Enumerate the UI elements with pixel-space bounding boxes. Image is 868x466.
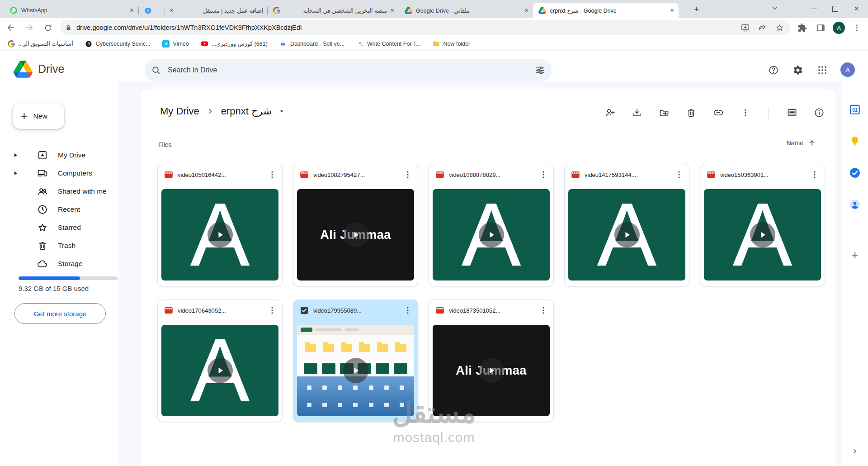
download-button[interactable] <box>632 107 642 118</box>
sidebar-item-shared-with-me[interactable]: Shared with me <box>0 182 118 200</box>
contacts-icon[interactable] <box>849 199 861 212</box>
tab-search-chevron-icon[interactable] <box>770 4 781 14</box>
file-card[interactable]: video150363901...A <box>700 164 825 286</box>
file-thumbnail: A <box>161 325 278 416</box>
breadcrumb-current[interactable]: erpnxt شرح <box>218 105 274 118</box>
sidebar-item-storage[interactable]: Storage <box>0 255 118 273</box>
sidebar-item-computers[interactable]: Computers <box>0 164 118 182</box>
file-more-options-icon[interactable] <box>266 304 278 317</box>
file-card[interactable]: video105016442...A <box>157 164 283 286</box>
file-card[interactable]: video1873501052...Ali Jummaa <box>429 300 554 422</box>
file-card[interactable]: video1417593144....A <box>564 164 689 286</box>
file-name: video150363901... <box>720 171 804 178</box>
file-card[interactable]: video1088878829...A <box>429 164 554 286</box>
extensions-icon[interactable] <box>795 21 809 34</box>
drive-profile-avatar[interactable]: A <box>840 62 855 77</box>
sidebar-item-starred[interactable]: Starred <box>0 219 118 237</box>
play-icon <box>479 358 504 383</box>
search-filters-icon[interactable] <box>535 65 545 76</box>
help-icon[interactable] <box>768 64 779 76</box>
search-input[interactable]: Search in Drive <box>145 59 552 81</box>
bookmark-item[interactable]: Cybersecurity Sevic... <box>85 40 151 48</box>
collapse-panel-chevron-icon[interactable]: › <box>853 445 856 457</box>
file-more-options-icon[interactable] <box>266 168 278 181</box>
reload-button[interactable] <box>40 20 56 35</box>
drive-brand-text: Drive <box>38 62 64 76</box>
bookmark-item[interactable]: Dashboard - Sell ve... <box>279 40 344 48</box>
browser-tab[interactable]: منصة التخزين الشخصي في السحابة✕ <box>268 3 399 18</box>
sort-direction-arrow-icon[interactable] <box>807 138 816 147</box>
get-more-storage-button[interactable]: Get more storage <box>14 303 106 324</box>
share-page-icon[interactable] <box>756 21 769 34</box>
share-button[interactable] <box>604 107 615 118</box>
browser-menu-icon[interactable] <box>850 21 863 34</box>
settings-gear-icon[interactable] <box>792 64 804 76</box>
file-thumbnail: A <box>433 189 550 281</box>
browser-tab[interactable]: WhatsApp✕ <box>5 3 138 18</box>
expand-caret-icon[interactable] <box>14 171 17 175</box>
computers-icon <box>37 168 48 179</box>
file-more-options-icon[interactable] <box>537 304 550 317</box>
browser-profile-avatar[interactable]: A <box>833 22 845 34</box>
drive-logo-icon[interactable] <box>14 61 33 80</box>
selected-checkbox-icon[interactable] <box>300 306 309 315</box>
play-icon <box>479 222 504 247</box>
browser-tab[interactable]: ✕إضافة عمل جديد | مستقل <box>165 3 267 18</box>
file-more-options-icon[interactable] <box>808 168 821 181</box>
delete-button[interactable] <box>686 107 697 118</box>
mini-folder-icon <box>377 344 388 352</box>
tasks-icon[interactable] <box>849 167 861 181</box>
video-file-icon <box>164 306 173 315</box>
copy-link-button[interactable] <box>713 107 724 118</box>
folder-menu-caret-icon[interactable] <box>277 107 286 116</box>
sidebar-item-my-drive[interactable]: My Drive <box>0 146 118 164</box>
bookmark-item[interactable]: أساسيات التسويق الر... <box>7 40 73 48</box>
bookmark-item[interactable]: (681) كورس ووردبري... <box>201 40 268 48</box>
file-card[interactable]: video1082795427...Ali Jummaa <box>293 164 418 286</box>
bookmark-item[interactable]: New folder <box>432 40 470 48</box>
close-window-button[interactable]: ✕ <box>846 0 867 17</box>
sort-control[interactable]: Name <box>787 138 816 147</box>
expand-caret-icon[interactable] <box>14 153 17 157</box>
add-apps-plus-icon[interactable]: + <box>851 248 858 262</box>
search-icon[interactable] <box>151 65 161 76</box>
browser-tab[interactable]: erpnxt شرح - Google Drive✕ <box>533 3 679 18</box>
sidebar-item-recent[interactable]: Recent <box>0 200 118 219</box>
maximize-button[interactable] <box>825 0 846 17</box>
forward-button[interactable] <box>22 20 37 35</box>
bookmark-item[interactable]: Write Content For T... <box>356 40 420 48</box>
calendar-icon[interactable]: 31 <box>849 104 861 117</box>
sidebar-item-trash[interactable]: Trash <box>0 237 118 255</box>
file-more-options-icon[interactable] <box>401 168 414 181</box>
details-info-button[interactable] <box>814 107 825 118</box>
move-to-folder-button[interactable] <box>659 107 670 118</box>
google-apps-grid-icon[interactable] <box>816 64 828 76</box>
new-button[interactable]: + New <box>13 103 64 129</box>
back-button[interactable] <box>3 20 19 35</box>
file-more-options-icon[interactable] <box>401 304 414 317</box>
file-more-options-icon[interactable] <box>537 168 550 181</box>
tab-close-icon[interactable]: ✕ <box>388 7 396 14</box>
browser-tab[interactable] <box>139 3 165 18</box>
breadcrumb-root[interactable]: My Drive <box>157 105 202 118</box>
more-actions-button[interactable] <box>740 107 751 118</box>
new-tab-button[interactable]: + <box>690 3 703 15</box>
minimize-button[interactable] <box>803 0 825 17</box>
tab-close-icon[interactable]: ✕ <box>668 7 676 14</box>
install-app-icon[interactable] <box>739 21 751 34</box>
lock-icon[interactable] <box>65 24 72 32</box>
tab-close-icon[interactable]: ✕ <box>523 7 530 14</box>
tab-close-icon[interactable]: ✕ <box>168 7 175 14</box>
file-card[interactable]: video170643052...A <box>157 300 283 422</box>
tab-close-icon[interactable]: ✕ <box>128 7 136 14</box>
file-card[interactable]: video179955089... <box>293 300 418 422</box>
browser-tab[interactable]: Google Drive - ملفاتي✕ <box>399 3 533 18</box>
keep-icon[interactable] <box>849 135 861 149</box>
file-thumbnail: A <box>568 189 685 281</box>
address-bar[interactable]: drive.google.com/drive/u/1/folders/1hWTn… <box>60 20 790 35</box>
bookmark-item[interactable]: Vimeo <box>162 40 189 48</box>
bookmark-star-icon[interactable] <box>773 21 786 34</box>
file-more-options-icon[interactable] <box>673 168 685 181</box>
list-view-toggle-button[interactable] <box>787 107 797 118</box>
side-panel-icon[interactable] <box>814 21 827 34</box>
